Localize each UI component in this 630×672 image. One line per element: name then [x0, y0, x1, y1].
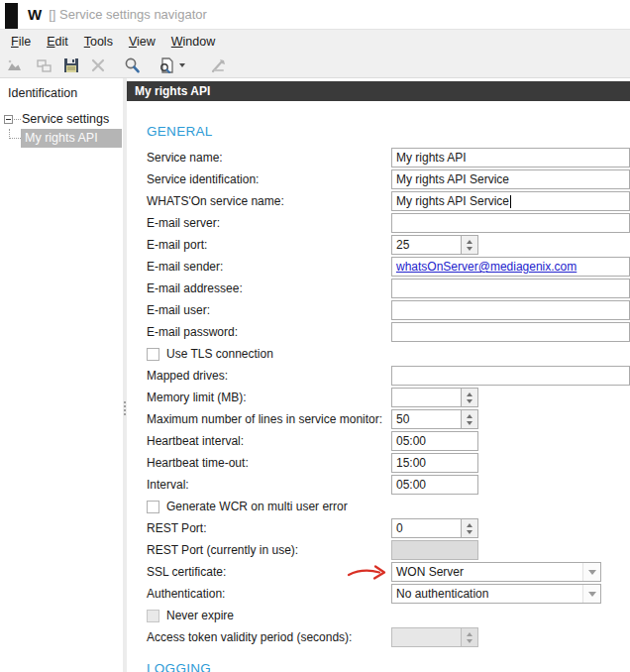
collapse-icon[interactable] [4, 115, 13, 124]
service-name-input[interactable]: My rights API [391, 148, 630, 168]
form-row: E-mail sender: whatsOnServer@mediagenix.… [147, 257, 630, 277]
field-label: Memory limit (MB): [147, 391, 391, 404]
chevron-down-icon[interactable] [582, 563, 600, 581]
heartbeat-timeout-input[interactable]: 15:00 [391, 453, 478, 473]
field-label: E-mail user: [147, 303, 391, 317]
email-password-input[interactable] [391, 322, 630, 342]
email-user-input[interactable] [391, 300, 630, 320]
field-label: WHATS'On service name: [147, 194, 391, 208]
spin-up-icon[interactable] [467, 240, 472, 244]
email-addressee-input[interactable] [391, 279, 630, 298]
authentication-dropdown[interactable]: No authentication [391, 584, 601, 604]
toolbar [0, 54, 630, 78]
field-label: Authentication: [147, 587, 391, 601]
spin-down-icon[interactable] [467, 247, 472, 251]
mapped-drives-input[interactable] [391, 366, 630, 386]
service-identification-input[interactable]: My rights API Service [391, 169, 630, 189]
chevron-down-icon[interactable] [582, 585, 600, 603]
form-row: Heartbeat time-out: 15:00 [147, 453, 630, 473]
tree-connector [14, 119, 21, 120]
menu-file[interactable]: File [3, 32, 39, 52]
menu-view[interactable]: View [121, 32, 163, 52]
field-label: Service name: [147, 151, 391, 165]
form-row: Heartbeat interval: 05:00 [147, 431, 630, 451]
search-document-icon[interactable] [158, 56, 185, 75]
field-label: E-mail addressee: [147, 281, 391, 295]
spin-down-icon[interactable] [467, 530, 472, 534]
form-row: E-mail addressee: [147, 279, 630, 298]
menu-bar: File Edit Tools View Window [0, 30, 630, 54]
tree-node-my-rights-api[interactable]: My rights API [0, 129, 123, 148]
cascade-windows-icon[interactable] [35, 56, 52, 75]
form-row: Generate WCR on multi user error [147, 497, 630, 516]
use-tls-checkbox[interactable] [147, 348, 159, 361]
window-title: [] Service settings navigator [49, 7, 207, 22]
field-label: E-mail sender: [147, 260, 391, 274]
spin-up-icon[interactable] [467, 414, 472, 418]
form-row: Service identification: My rights API Se… [147, 169, 630, 189]
rest-port-input[interactable]: 0 [391, 518, 478, 538]
chevron-down-icon[interactable] [179, 63, 185, 67]
form-row: Service name: My rights API [147, 148, 630, 168]
form-row: Access token validity period (seconds): [147, 627, 630, 647]
spin-down-icon[interactable] [467, 399, 472, 403]
max-lines-input[interactable]: 50 [391, 409, 478, 429]
spinner-buttons[interactable] [461, 410, 477, 428]
tree-node-service-settings[interactable]: Service settings [0, 110, 123, 128]
field-label: E-mail password: [147, 325, 391, 339]
access-token-validity-input [391, 627, 478, 647]
heartbeat-interval-input[interactable]: 05:00 [391, 431, 478, 451]
checkbox-label: Never expire [166, 609, 234, 622]
menu-window[interactable]: Window [163, 32, 223, 52]
tree-node-label[interactable]: Service settings [22, 112, 109, 126]
spinner-buttons[interactable] [461, 236, 477, 254]
spin-up-icon [467, 632, 472, 636]
spinner-buttons[interactable] [461, 519, 477, 537]
spin-down-icon[interactable] [467, 421, 472, 425]
tools-icon[interactable] [209, 56, 228, 75]
form-row: E-mail password: [147, 322, 630, 342]
general-form: Service name: My rights API Service iden… [147, 148, 630, 647]
sidebar-header: Identification [0, 83, 123, 110]
sidebar-splitter[interactable] [123, 78, 127, 672]
rest-port-in-use-input [391, 540, 478, 560]
spin-up-icon[interactable] [467, 523, 472, 527]
generate-wcr-checkbox[interactable] [147, 501, 159, 513]
interval-input[interactable]: 05:00 [391, 475, 478, 495]
field-label: E-mail server: [147, 216, 391, 230]
form-row: WHATS'On service name: My rights API Ser… [147, 191, 630, 211]
search-icon[interactable] [123, 56, 142, 75]
section-logging: LOGGING [147, 661, 630, 672]
ssl-certificate-dropdown[interactable]: WON Server [391, 562, 601, 582]
main-panel: My rights API GENERAL Service name: My r… [127, 78, 630, 672]
field-label: Mapped drives: [147, 369, 391, 383]
panel-title: My rights API [127, 81, 630, 101]
form-row: Mapped drives: [147, 366, 630, 386]
field-label: Access token validity period (seconds): [147, 630, 391, 644]
email-server-input[interactable] [391, 213, 630, 233]
splitter-grip-icon[interactable] [124, 401, 126, 415]
form-row: Interval: 05:00 [147, 475, 630, 495]
save-icon[interactable] [62, 56, 80, 75]
field-label: Service identification: [147, 172, 391, 186]
field-label: Maximum number of lines in service monit… [147, 412, 391, 426]
spin-up-icon[interactable] [467, 392, 472, 396]
form-row: Maximum number of lines in service monit… [147, 409, 630, 429]
menu-edit[interactable]: Edit [39, 32, 76, 52]
email-link[interactable]: whatsOnServer@mediagenix.com [396, 260, 577, 274]
chart-icon[interactable] [6, 56, 24, 75]
whatson-service-name-input[interactable]: My rights API Service [391, 191, 630, 211]
form-row: Memory limit (MB): [147, 388, 630, 407]
section-general: GENERAL [147, 124, 630, 139]
menu-tools[interactable]: Tools [76, 32, 121, 52]
tree-node-label-selected[interactable]: My rights API [21, 129, 122, 148]
memory-limit-input[interactable] [391, 388, 478, 407]
field-label: Interval: [147, 478, 391, 492]
field-label: E-mail port: [147, 238, 391, 252]
email-port-input[interactable]: 25 [391, 235, 478, 255]
spinner-buttons[interactable] [461, 389, 477, 406]
whatson-logo-icon: W [28, 6, 41, 23]
title-bar: W [] Service settings navigator [0, 0, 630, 30]
email-sender-input[interactable]: whatsOnServer@mediagenix.com [391, 257, 630, 277]
delete-icon[interactable] [89, 56, 107, 75]
